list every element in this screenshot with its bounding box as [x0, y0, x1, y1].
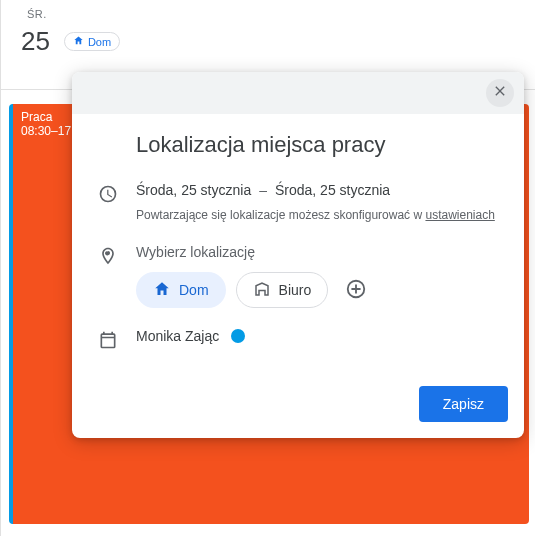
location-option-office[interactable]: Biuro	[236, 272, 329, 308]
date-end: Środa, 25 stycznia	[275, 182, 390, 198]
option-label: Dom	[179, 282, 209, 298]
calendar-icon	[98, 330, 118, 350]
recurrence-hint: Powtarzające się lokalizacje możesz skon…	[136, 206, 498, 224]
choose-location-label: Wybierz lokalizację	[136, 244, 498, 260]
date-dash: –	[259, 182, 267, 198]
working-location-chip[interactable]: Dom	[64, 32, 120, 51]
close-icon	[492, 83, 508, 103]
working-location-dialog: Lokalizacja miejsca pracy Środa, 25 styc…	[72, 72, 524, 438]
option-label: Biuro	[279, 282, 312, 298]
office-icon	[253, 280, 271, 301]
calendar-color-dot	[231, 329, 245, 343]
location-option-home[interactable]: Dom	[136, 272, 226, 308]
chip-label: Dom	[88, 36, 111, 48]
hint-text: Powtarzające się lokalizacje możesz skon…	[136, 208, 425, 222]
settings-link[interactable]: ustawieniach	[425, 208, 494, 222]
owner-name: Monika Zając	[136, 328, 219, 344]
close-button[interactable]	[486, 79, 514, 107]
save-button[interactable]: Zapisz	[419, 386, 508, 422]
location-options: Dom Biuro	[136, 272, 498, 308]
dialog-header	[72, 72, 524, 114]
dialog-title: Lokalizacja miejsca pracy	[136, 132, 498, 158]
location-pin-icon	[98, 246, 118, 266]
date-start: Środa, 25 stycznia	[136, 182, 251, 198]
clock-icon	[98, 184, 118, 204]
add-location-button[interactable]	[338, 272, 374, 308]
home-icon	[153, 280, 171, 301]
plus-circle-icon	[345, 278, 367, 303]
day-number[interactable]: 25	[21, 26, 50, 57]
home-icon	[73, 35, 84, 48]
weekday-label: ŚR.	[27, 8, 515, 20]
date-range[interactable]: Środa, 25 stycznia – Środa, 25 stycznia	[136, 182, 498, 198]
calendar-owner-row[interactable]: Monika Zając	[136, 328, 498, 344]
